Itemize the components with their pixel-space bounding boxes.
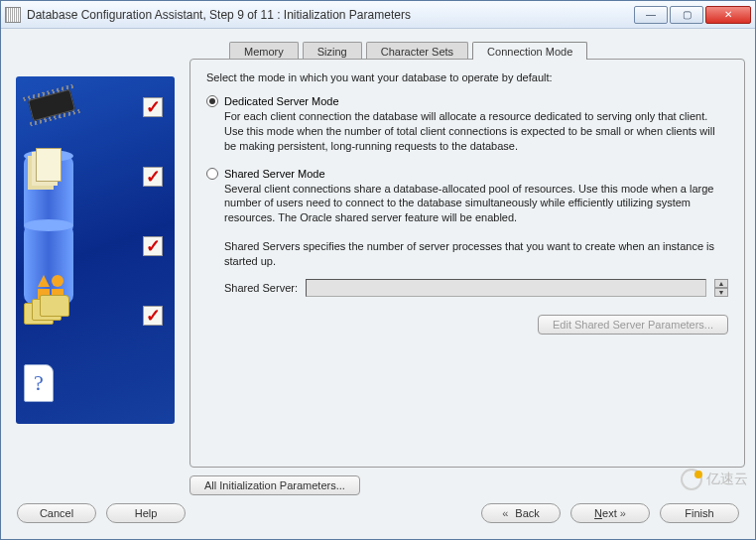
wizard-sidebar: ✓ ✓: [11, 37, 180, 495]
chip-icon: [24, 86, 83, 128]
shared-server-spinner: ▲ ▼: [714, 279, 728, 297]
watermark-logo-icon: [681, 469, 702, 490]
radio-dedicated-label: Dedicated Server Mode: [224, 95, 339, 107]
shared-server-label: Shared Server:: [224, 282, 298, 294]
database-docs-icon: [24, 156, 83, 198]
spin-down-button: ▼: [714, 288, 728, 297]
cancel-button[interactable]: Cancel: [17, 503, 96, 523]
watermark-text: 亿速云: [706, 471, 748, 488]
tab-memory[interactable]: Memory: [229, 42, 299, 60]
window-controls: — ▢ ✕: [632, 6, 751, 24]
step-check-3: ✓: [143, 236, 163, 256]
radio-shared[interactable]: Shared Server Mode: [206, 168, 728, 180]
radio-dot-icon: [206, 95, 218, 107]
spin-up-button: ▲: [714, 279, 728, 288]
watermark: 亿速云: [681, 469, 748, 490]
wizard-footer: Cancel Help Back Next Finish: [11, 495, 745, 531]
app-icon: [5, 7, 21, 23]
intro-text: Select the mode in which you want your d…: [206, 71, 728, 83]
dedicated-desc: For each client connection the database …: [224, 109, 728, 154]
help-button[interactable]: Help: [106, 503, 186, 523]
shared-desc: Several client connections share a datab…: [224, 182, 728, 226]
client-area: ✓ ✓: [1, 29, 755, 539]
radio-shared-label: Shared Server Mode: [224, 168, 325, 180]
question-doc-icon: ?: [24, 364, 83, 406]
tab-character-sets[interactable]: Character Sets: [366, 42, 468, 60]
titlebar: Database Configuration Assistant, Step 9…: [1, 1, 755, 29]
tab-strip: Memory Sizing Character Sets Connection …: [189, 37, 745, 59]
database-shapes-icon: [24, 225, 83, 267]
minimize-button[interactable]: —: [634, 6, 668, 24]
shared-server-input: [306, 279, 706, 297]
radio-dedicated[interactable]: Dedicated Server Mode: [206, 95, 728, 107]
shared-servers-note: Shared Servers specifies the number of s…: [224, 239, 728, 269]
next-button[interactable]: Next: [570, 503, 650, 523]
shared-server-row: Shared Server: ▲ ▼: [224, 279, 728, 297]
close-button[interactable]: ✕: [705, 6, 751, 24]
tab-panel-connection-mode: Select the mode in which you want your d…: [189, 59, 745, 468]
step-check-2: ✓: [143, 167, 163, 187]
tab-connection-mode[interactable]: Connection Mode: [472, 42, 587, 60]
step-check-4: ✓: [143, 306, 163, 326]
radio-dot-icon: [206, 168, 218, 180]
next-label: N: [594, 507, 602, 519]
step-check-1: ✓: [143, 97, 163, 117]
back-button[interactable]: Back: [481, 503, 561, 523]
all-init-params-button[interactable]: All Initialization Parameters...: [189, 475, 360, 495]
app-window: Database Configuration Assistant, Step 9…: [0, 0, 756, 540]
edit-shared-params-button: Edit Shared Server Parameters...: [538, 315, 728, 335]
window-title: Database Configuration Assistant, Step 9…: [27, 8, 632, 22]
maximize-button[interactable]: ▢: [670, 6, 703, 24]
finish-button[interactable]: Finish: [660, 503, 739, 523]
folders-icon: [24, 295, 83, 337]
main-panel: Memory Sizing Character Sets Connection …: [189, 37, 745, 495]
tab-sizing[interactable]: Sizing: [303, 42, 362, 60]
